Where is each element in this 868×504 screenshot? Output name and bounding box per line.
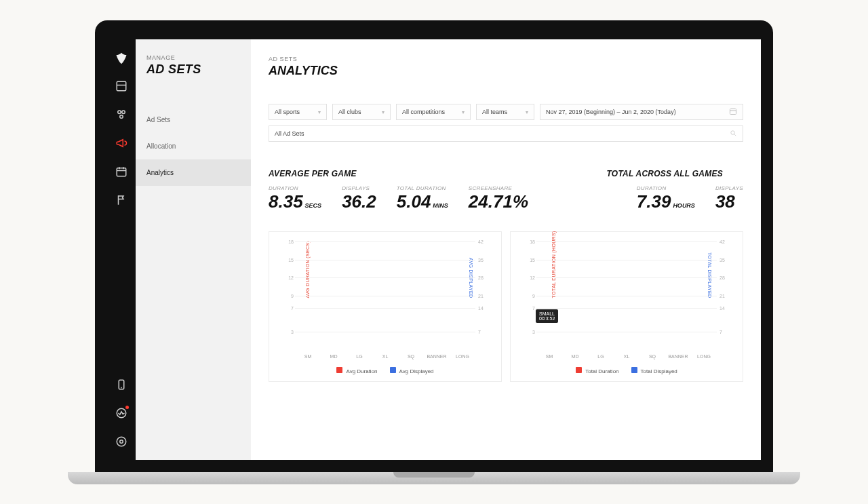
svg-line-17 — [734, 134, 736, 136]
filter-teams-label: All teams — [482, 109, 507, 115]
search-value: All Ad Sets — [275, 130, 304, 137]
section-panel: MANAGE AD SETS Ad Sets Allocation Analyt… — [136, 39, 251, 460]
badge-dot — [125, 406, 129, 409]
nav-rail — [107, 39, 136, 460]
svg-point-12 — [120, 440, 123, 444]
filter-daterange[interactable]: Nov 27, 2019 (Beginning) – Jun 2, 2020 (… — [540, 104, 743, 120]
calendar-icon — [729, 107, 737, 117]
search-adsets[interactable]: All Ad Sets — [269, 125, 743, 142]
chart-legend: Total DurationTotal Displayed — [517, 367, 736, 374]
x-tick: SQ — [639, 354, 665, 359]
main-content: AD SETS ANALYTICS All sports ▾ All clubs… — [251, 39, 761, 460]
filter-teams[interactable]: All teams ▾ — [476, 104, 534, 120]
main-title: ANALYTICS — [269, 64, 743, 78]
chevron-down-icon: ▾ — [462, 109, 465, 115]
x-tick: BANNER — [424, 354, 450, 359]
search-icon — [730, 130, 737, 138]
kpi-row: DURATION 8.35SECS DISPLAYS 36.2 TOTAL DU… — [269, 185, 743, 212]
filter-competitions[interactable]: All competitions ▾ — [396, 104, 471, 120]
x-tick: MD — [321, 354, 347, 359]
panel-menu: Ad Sets Allocation Analytics — [146, 106, 240, 186]
nav-activity-icon[interactable] — [115, 407, 127, 419]
app-screen: MANAGE AD SETS Ad Sets Allocation Analyt… — [107, 39, 761, 460]
menu-item-allocation[interactable]: Allocation — [136, 133, 251, 159]
nav-flag-icon[interactable] — [115, 194, 127, 206]
chart-tooltip: SMALL00:3:52 — [536, 309, 558, 323]
filter-sports-label: All sports — [275, 109, 300, 115]
laptop-base — [68, 472, 800, 484]
x-tick: MD — [562, 354, 588, 359]
x-tick: BANNER — [665, 354, 691, 359]
nav-ads-icon[interactable] — [115, 137, 127, 149]
x-tick: XL — [614, 354, 639, 359]
svg-point-2 — [118, 111, 121, 114]
nav-mobile-icon[interactable] — [115, 379, 127, 391]
chart-avg: AVG DURATION (SECS)AVG DISPLAYED37714921… — [269, 231, 502, 382]
filter-clubs[interactable]: All clubs ▾ — [332, 104, 391, 120]
menu-item-analytics[interactable]: Analytics — [136, 159, 251, 186]
filter-competitions-label: All competitions — [402, 109, 445, 115]
legend-item[interactable]: Total Duration — [576, 367, 618, 374]
nav-overview-icon[interactable] — [115, 80, 127, 92]
chevron-down-icon: ▾ — [318, 109, 321, 115]
nav-settings-icon[interactable] — [115, 435, 127, 448]
kpi-total-displays: DISPLAYS 38 — [715, 185, 743, 212]
charts-row: AVG DURATION (SECS)AVG DISPLAYED37714921… — [269, 231, 743, 382]
filter-row: All sports ▾ All clubs ▾ All competition… — [269, 104, 743, 120]
logo-eagle-icon — [115, 52, 128, 68]
svg-rect-5 — [117, 168, 126, 176]
chevron-down-icon: ▾ — [382, 109, 384, 115]
kpi-avg-screenshare: SCREENSHARE 24.71% — [469, 185, 528, 212]
x-tick: XL — [372, 354, 398, 359]
x-tick: LONG — [450, 354, 475, 359]
kpi-avg-total-duration: TOTAL DURATION 5.04MINS — [397, 185, 448, 212]
svg-point-3 — [122, 111, 125, 114]
svg-point-16 — [731, 130, 735, 134]
x-tick: SM — [536, 354, 562, 359]
svg-point-13 — [117, 437, 126, 446]
legend-item[interactable]: Avg Duration — [336, 367, 377, 374]
menu-item-adsets[interactable]: Ad Sets — [136, 106, 251, 133]
filter-sports[interactable]: All sports ▾ — [269, 104, 327, 120]
x-tick: SQ — [398, 354, 424, 359]
section-total-label: TOTAL ACROSS ALL GAMES — [606, 169, 743, 178]
svg-rect-0 — [117, 81, 126, 91]
chart-legend: Avg DurationAvg Displayed — [276, 367, 494, 374]
x-tick: LG — [588, 354, 614, 359]
main-crumb: AD SETS — [269, 56, 743, 62]
panel-crumb: MANAGE — [146, 54, 240, 61]
kpi-avg-displays: DISPLAYS 36.2 — [342, 185, 376, 212]
kpi-avg-duration: DURATION 8.35SECS — [269, 185, 321, 212]
nav-calendar-icon[interactable] — [115, 166, 127, 178]
legend-item[interactable]: Avg Displayed — [390, 367, 434, 374]
chevron-down-icon: ▾ — [526, 109, 528, 115]
x-tick: SM — [295, 354, 321, 359]
legend-item[interactable]: Total Displayed — [631, 367, 677, 374]
svg-point-11 — [117, 408, 126, 418]
section-avg-label: AVERAGE PER GAME — [269, 169, 357, 178]
chart-total: TOTAL DURATION (HOURS)TOTAL DISPLAYED377… — [510, 231, 743, 382]
x-tick: LG — [347, 354, 372, 359]
svg-rect-14 — [730, 109, 736, 115]
kpi-total-duration: DURATION 7.39HOURS — [637, 185, 695, 212]
nav-users-icon[interactable] — [115, 109, 127, 121]
panel-title: AD SETS — [146, 62, 240, 77]
x-tick: LONG — [691, 354, 717, 359]
laptop-frame: MANAGE AD SETS Ad Sets Allocation Analyt… — [95, 20, 773, 484]
filter-clubs-label: All clubs — [338, 109, 361, 115]
filter-daterange-label: Nov 27, 2019 (Beginning) – Jun 2, 2020 (… — [546, 109, 676, 115]
svg-point-4 — [120, 115, 123, 119]
